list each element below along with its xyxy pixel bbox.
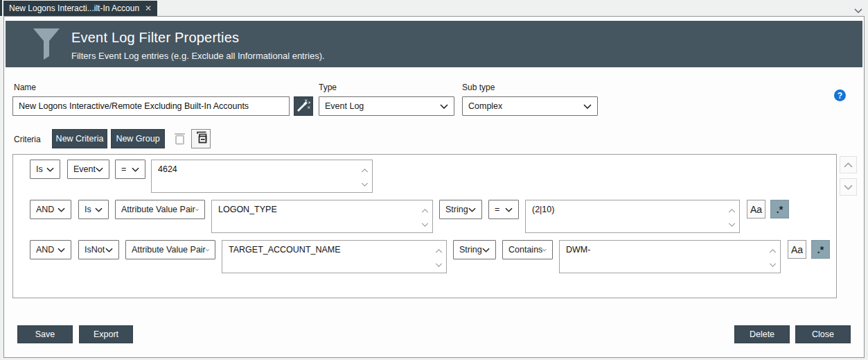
chevron-up-icon (844, 162, 853, 168)
chevron-down-icon (132, 167, 139, 172)
chevron-down-icon (583, 104, 592, 109)
save-button[interactable]: Save (17, 325, 73, 343)
page-subtitle: Filters Event Log entries (e.g. Exclude … (71, 51, 325, 61)
criteria-label: Criteria (14, 135, 41, 144)
row3-key-text: TARGET_ACCOUNT_NAME (229, 245, 341, 255)
chevron-down-icon (844, 185, 853, 190)
row2-operator-select[interactable]: Is (78, 200, 109, 219)
row2-comparison-value: = (495, 205, 499, 214)
row2-field-value: Attribute Value Pair (121, 205, 195, 214)
scroll-up-icon[interactable] (769, 243, 777, 256)
row2-valuetype-select[interactable]: String (439, 200, 482, 219)
row2-operator-value: Is (85, 205, 91, 214)
row2-case-sensitive-toggle[interactable]: Aa (747, 200, 765, 218)
row2-join-select[interactable]: AND (30, 200, 71, 219)
subtype-select[interactable]: Complex (462, 96, 598, 116)
scroll-down-icon[interactable] (435, 257, 443, 270)
chevron-down-icon (482, 248, 490, 252)
chevron-down-icon (206, 248, 209, 252)
chevron-down-icon[interactable] (854, 3, 862, 16)
chevron-down-icon (505, 207, 513, 212)
row3-field-value: Attribute Value Pair (132, 245, 206, 255)
type-label: Type (319, 83, 337, 92)
scroll-down-icon[interactable] (421, 217, 429, 230)
row2-value-text: (2|10) (532, 205, 554, 214)
row3-comparison-value: Contains (508, 245, 542, 255)
row3-field-select[interactable]: Attribute Value Pair (125, 240, 215, 259)
trash-icon (174, 132, 186, 148)
row3-value-text: DWM- (566, 245, 590, 255)
chevron-down-icon (57, 248, 65, 252)
tab-close-icon[interactable]: ✕ (145, 3, 152, 13)
question-mark-icon: ? (838, 91, 842, 101)
chevron-down-icon (46, 167, 54, 172)
delete-criteria-button (170, 130, 188, 148)
scroll-up-icon[interactable] (421, 203, 429, 216)
row2-comparison-select[interactable]: = (488, 200, 519, 219)
scroll-down-icon[interactable] (769, 257, 777, 270)
row2-regex-toggle[interactable]: .* (770, 200, 789, 218)
scroll-up-icon[interactable] (728, 203, 736, 216)
row2-key-textarea[interactable]: LOGON_TYPE (211, 200, 433, 233)
type-select-value: Event Log (325, 101, 364, 111)
row3-valuetype-value: String (459, 245, 482, 255)
chevron-down-icon (195, 207, 199, 212)
row1-value-text: 4624 (158, 164, 177, 174)
row3-key-textarea[interactable]: TARGET_ACCOUNT_NAME (222, 240, 447, 273)
copy-group-icon (195, 131, 207, 146)
subtype-label: Sub type (462, 83, 495, 92)
subtype-select-value: Complex (468, 101, 502, 111)
row3-value-textarea[interactable]: DWM- (559, 240, 781, 273)
row3-operator-value: IsNot (85, 245, 105, 255)
scroll-up-icon[interactable] (435, 243, 443, 256)
chevron-down-icon (105, 248, 113, 252)
scroll-down-icon[interactable] (361, 177, 369, 189)
row3-comparison-select[interactable]: Contains (502, 240, 553, 259)
chevron-down-icon (57, 207, 65, 212)
row1-comparison-value: = (121, 164, 126, 174)
duplicate-criteria-button[interactable] (191, 129, 211, 148)
scroll-down-icon[interactable] (728, 217, 736, 230)
move-criteria-down-button[interactable] (840, 178, 857, 196)
close-button[interactable]: Close (795, 325, 851, 343)
row2-join-value: AND (36, 205, 54, 214)
row1-field-value: Event (73, 164, 96, 174)
chevron-down-icon (468, 207, 476, 212)
scroll-up-icon[interactable] (361, 163, 369, 175)
row3-case-sensitive-toggle[interactable]: Aa (788, 240, 806, 259)
magic-wand-icon: × × × (296, 98, 310, 114)
tab-new-logons-filter[interactable]: New Logons Interacti...ilt-In Accounts ✕ (3, 1, 157, 16)
tab-strip: New Logons Interacti...ilt-In Accounts ✕ (0, 0, 868, 16)
row3-join-value: AND (36, 245, 54, 255)
row3-regex-toggle[interactable]: .* (811, 240, 830, 259)
tab-strip-edge (0, 0, 2, 16)
new-group-button[interactable]: New Group (111, 129, 165, 148)
filter-funnel-icon (32, 28, 61, 63)
row1-field-select[interactable]: Event (67, 160, 109, 179)
help-button[interactable]: ? (834, 89, 846, 101)
chevron-down-icon (96, 167, 103, 172)
tab-title: New Logons Interacti...ilt-In Accounts (9, 3, 139, 13)
svg-text:×: × (307, 105, 310, 110)
row2-field-select[interactable]: Attribute Value Pair (115, 200, 205, 219)
name-label: Name (14, 83, 36, 92)
row3-operator-select[interactable]: IsNot (78, 240, 119, 259)
filter-name-input[interactable] (12, 96, 290, 116)
row1-operator-select[interactable]: Is (30, 160, 60, 179)
chevron-down-icon (95, 207, 103, 212)
row1-value-textarea[interactable]: 4624 (151, 160, 373, 193)
chevron-down-icon (542, 248, 547, 252)
row3-join-select[interactable]: AND (30, 240, 71, 259)
event-log-filter-window: New Logons Interacti...ilt-In Accounts ✕… (0, 0, 868, 360)
type-select[interactable]: Event Log (319, 96, 454, 116)
export-button[interactable]: Export (79, 325, 133, 343)
row1-comparison-select[interactable]: = (115, 160, 145, 179)
new-criteria-button[interactable]: New Criteria (52, 129, 107, 148)
page-title: Event Log Filter Properties (71, 30, 239, 46)
row2-value-textarea[interactable]: (2|10) (525, 200, 740, 233)
delete-button[interactable]: Delete (734, 325, 790, 343)
auto-name-wand-button[interactable]: × × × (294, 96, 313, 116)
move-criteria-up-button[interactable] (840, 156, 857, 173)
row2-valuetype-value: String (445, 205, 468, 214)
row3-valuetype-select[interactable]: String (453, 240, 496, 259)
